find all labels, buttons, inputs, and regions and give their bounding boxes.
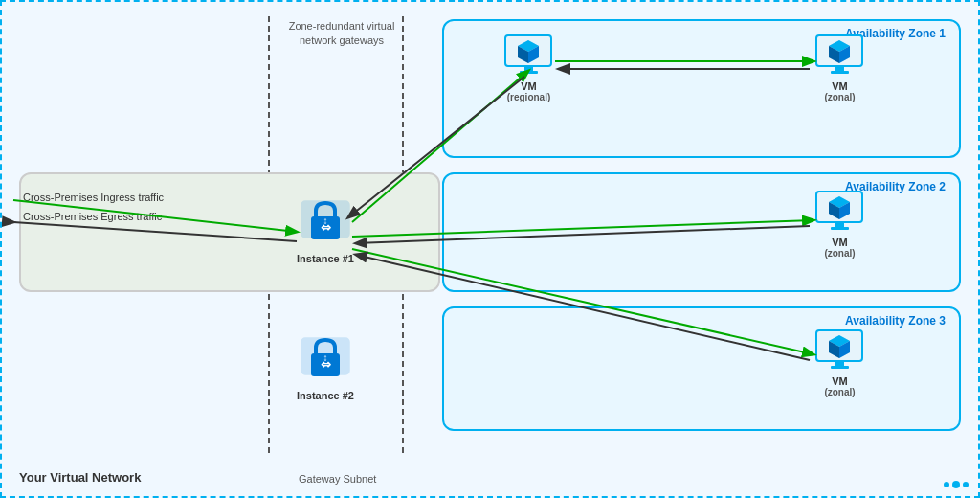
vm-zonal-1-icon: VM (zonal) xyxy=(813,33,866,102)
dot-1 xyxy=(944,482,949,487)
svg-rect-14 xyxy=(520,71,538,74)
diagram-container: Zone-redundant virtual network gateways … xyxy=(0,0,980,498)
vm-zonal-2-label: VM xyxy=(832,237,848,248)
svg-text:↕: ↕ xyxy=(323,352,327,363)
vm-regional-svg xyxy=(502,33,555,80)
vm-zonal-2-icon: VM (zonal) xyxy=(813,189,866,259)
svg-rect-35 xyxy=(831,366,849,369)
svg-rect-13 xyxy=(524,66,533,71)
availability-zone-3: Availability Zone 3 xyxy=(442,306,961,431)
svg-rect-28 xyxy=(831,227,849,230)
availability-zone-2: Availability Zone 2 xyxy=(442,172,961,292)
vm-regional-icon: VM (regional) xyxy=(502,33,555,102)
dot-3 xyxy=(963,482,969,487)
instance-2-label: Instance #2 xyxy=(297,390,354,401)
middle-row-container xyxy=(19,172,440,292)
vm-zonal-3-sublabel: (zonal) xyxy=(824,387,855,397)
cp-ingress-label: Cross-Premises Ingress traffic xyxy=(23,192,164,203)
vm-regional-label: VM xyxy=(521,80,537,92)
vm-zonal-1-sublabel: (zonal) xyxy=(824,92,855,102)
vm-zonal-1-svg xyxy=(813,33,866,80)
svg-rect-21 xyxy=(831,71,849,74)
cp-egress-label: Cross-Premises Egress traffic xyxy=(23,211,162,222)
vm-zonal-1-label: VM xyxy=(832,80,848,92)
svg-rect-20 xyxy=(835,66,844,71)
vm-zonal-3-label: VM xyxy=(832,375,848,387)
instance-1-icon: ⇔ ↕ Instance #1 xyxy=(297,195,354,264)
vnet-label: Your Virtual Network xyxy=(19,470,141,485)
dot-2 xyxy=(952,481,960,488)
gateway-subnet-label: Gateway Subnet xyxy=(299,473,376,485)
lock-icon-2: ⇔ ↕ xyxy=(298,332,353,388)
instance-1-label: Instance #1 xyxy=(297,253,354,264)
svg-rect-34 xyxy=(835,361,844,366)
instance-2-icon: ⇔ ↕ Instance #2 xyxy=(297,332,354,401)
svg-rect-27 xyxy=(835,222,844,227)
vm-regional-sublabel: (regional) xyxy=(507,92,551,102)
vm-zonal-2-svg xyxy=(813,189,866,237)
zone-redundant-label: Zone-redundant virtual network gateways xyxy=(284,19,399,49)
vm-zonal-3-svg xyxy=(813,328,866,375)
vm-zonal-2-sublabel: (zonal) xyxy=(824,248,855,259)
lock-icon-1: ⇔ ↕ xyxy=(298,195,353,251)
az3-label: Availability Zone 3 xyxy=(845,314,946,328)
bottom-right-dots xyxy=(944,481,969,488)
vm-zonal-3-icon: VM (zonal) xyxy=(813,328,866,397)
svg-text:↕: ↕ xyxy=(323,215,327,226)
